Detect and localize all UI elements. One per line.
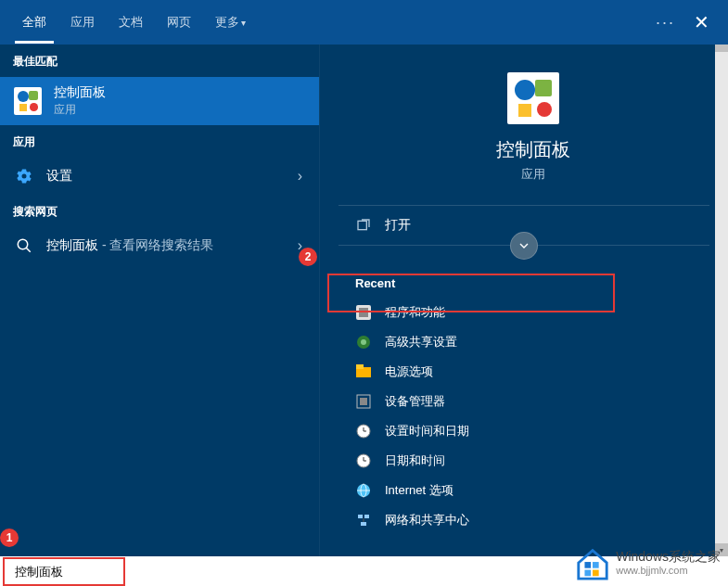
app-result-settings[interactable]: 设置 ›	[0, 158, 319, 195]
recent-item-internet-options[interactable]: Internet 选项	[338, 476, 728, 505]
tabs: 全部 应用 文档 网页 更多▾	[19, 0, 249, 45]
tab-more[interactable]: 更多▾	[211, 1, 249, 44]
svg-rect-26	[585, 562, 592, 568]
svg-rect-29	[593, 570, 599, 577]
recent-item-datetime[interactable]: 日期和时间	[338, 446, 728, 476]
svg-rect-4	[359, 308, 368, 317]
chevron-down-icon: ▾	[241, 18, 246, 28]
globe-icon	[355, 482, 372, 499]
search-panel: 全部 应用 文档 网页 更多▾ ··· ✕ 最佳匹配 控制面板 应用	[0, 0, 728, 556]
recent-label: 电源选项	[385, 363, 433, 380]
annotation-callout-2: 2	[299, 248, 317, 266]
chevron-right-icon: ›	[298, 168, 302, 185]
body: 最佳匹配 控制面板 应用 应用 设置 › 搜	[0, 45, 728, 556]
recent-item-power[interactable]: 电源选项	[338, 357, 728, 387]
result-title: 控制面板	[54, 84, 306, 101]
recent-item-sharing[interactable]: 高级共享设置	[338, 327, 728, 357]
tab-label: 文档	[119, 15, 143, 29]
tab-label: 更多	[215, 15, 239, 29]
svg-rect-8	[356, 364, 364, 369]
svg-rect-21	[364, 515, 369, 518]
recent-label: 程序和功能	[385, 304, 445, 321]
windows-house-icon	[575, 545, 610, 580]
recent-label: 日期和时间	[385, 452, 445, 469]
recent-item-set-datetime[interactable]: 设置时间和日期	[338, 416, 728, 446]
watermark-title: Windows系统之家	[616, 550, 721, 564]
annotation-callout-1: 1	[0, 529, 19, 547]
more-options-icon[interactable]: ···	[656, 13, 675, 32]
recent-item-network-sharing[interactable]: 网络和共享中心	[338, 505, 728, 535]
recent-label: 设置时间和日期	[385, 423, 469, 440]
apps-header: 应用	[0, 125, 319, 158]
recent-item-device-manager[interactable]: 设备管理器	[338, 387, 728, 416]
folder-icon	[355, 363, 372, 380]
recent-label: 网络和共享中心	[385, 512, 469, 529]
preview-title: 控制面板	[338, 137, 728, 162]
network-icon	[355, 334, 372, 350]
scrollbar-thumb[interactable]	[715, 45, 728, 52]
recent-header: Recent	[338, 267, 728, 298]
expand-button[interactable]	[510, 232, 538, 260]
programs-icon	[355, 304, 372, 321]
preview-pane: 控制面板 应用 打开 Recent 程序和功能 高级共享设置 电源选项 设备管理…	[319, 45, 728, 556]
control-panel-icon	[507, 72, 559, 124]
device-icon	[355, 393, 372, 410]
svg-rect-20	[358, 515, 363, 518]
result-title: 设置	[46, 168, 298, 185]
open-icon	[355, 217, 372, 234]
results-pane: 最佳匹配 控制面板 应用 应用 设置 › 搜	[0, 45, 319, 556]
close-icon[interactable]: ✕	[694, 11, 709, 33]
tab-apps[interactable]: 应用	[67, 1, 98, 44]
tab-label: 全部	[22, 15, 46, 29]
clock-icon	[355, 423, 372, 440]
watermark: Windows系统之家 www.bjjmlv.com	[575, 545, 721, 580]
search-input[interactable]	[15, 566, 171, 580]
best-match-result[interactable]: 控制面板 应用	[0, 77, 319, 125]
tab-label: 网页	[167, 15, 191, 29]
best-match-header: 最佳匹配	[0, 45, 319, 77]
svg-point-6	[361, 339, 366, 345]
svg-rect-27	[593, 562, 599, 568]
scrollbar[interactable]: ▾	[715, 45, 728, 556]
recent-label: 高级共享设置	[385, 334, 457, 350]
result-subtitle: 应用	[54, 102, 306, 118]
watermark-url: www.bjjmlv.com	[616, 565, 721, 576]
clock-icon	[355, 452, 372, 469]
recent-label: 设备管理器	[385, 393, 445, 410]
svg-line-1	[26, 248, 31, 252]
preview-subtitle: 应用	[338, 166, 728, 183]
search-icon	[13, 235, 35, 257]
web-header: 搜索网页	[0, 195, 319, 227]
tab-all[interactable]: 全部	[19, 1, 50, 44]
svg-rect-28	[585, 570, 592, 577]
svg-rect-10	[360, 398, 367, 405]
gear-icon	[13, 165, 35, 187]
taskbar-search[interactable]	[4, 558, 124, 586]
result-title: 控制面板 - 查看网络搜索结果	[46, 237, 298, 254]
web-result[interactable]: 控制面板 - 查看网络搜索结果 ›	[0, 227, 319, 264]
svg-rect-2	[358, 221, 366, 229]
svg-point-0	[18, 239, 28, 249]
network-center-icon	[355, 512, 372, 529]
tab-docs[interactable]: 文档	[115, 1, 147, 44]
recent-item-programs[interactable]: 程序和功能	[338, 298, 728, 327]
tab-label: 应用	[70, 15, 95, 29]
tab-web[interactable]: 网页	[163, 1, 195, 44]
control-panel-icon	[13, 86, 43, 116]
svg-rect-22	[361, 522, 366, 526]
action-label: 打开	[385, 217, 411, 234]
header: 全部 应用 文档 网页 更多▾ ··· ✕	[0, 0, 728, 45]
recent-label: Internet 选项	[385, 482, 453, 499]
